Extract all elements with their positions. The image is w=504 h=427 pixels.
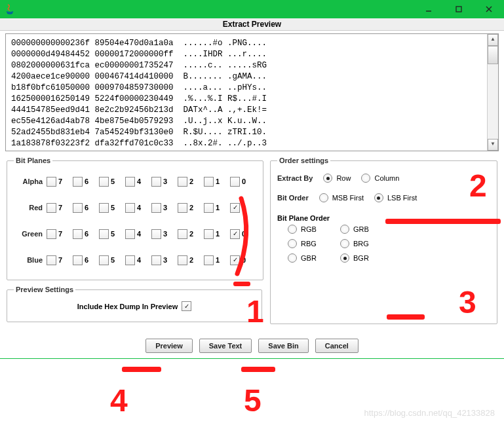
maximize-button[interactable] — [444, 0, 474, 18]
preview-button[interactable]: Preview — [145, 339, 193, 353]
bpo-radio-grb[interactable] — [340, 225, 349, 234]
alpha-bit-6-checkbox[interactable] — [73, 177, 83, 187]
extract-by-column-radio[interactable] — [361, 174, 370, 183]
green-bit-7-checkbox[interactable] — [47, 229, 56, 239]
preview-settings-legend: Preview Settings — [14, 286, 75, 293]
blue-bit-7-checkbox[interactable] — [47, 255, 56, 265]
green-bit-2-checkbox[interactable] — [178, 229, 187, 239]
save-bin-button[interactable]: Save Bin — [258, 339, 308, 353]
red-bit-6-checkbox[interactable] — [73, 203, 83, 213]
bpo-label: GRB — [353, 225, 369, 233]
bit-row-alpha: Alpha76543210 — [14, 168, 256, 195]
alpha-bit-7-checkbox[interactable] — [47, 177, 56, 187]
bpo-radio-rbg[interactable] — [288, 239, 297, 248]
bit-number: 7 — [58, 230, 62, 238]
alpha-bit-2-checkbox[interactable] — [178, 177, 187, 187]
annotation-underline-5 — [241, 367, 275, 372]
bit-number: 7 — [58, 177, 62, 185]
include-hex-label: Include Hex Dump In Preview — [77, 303, 178, 310]
alpha-bit-5-checkbox[interactable] — [99, 177, 109, 187]
bpo-label: RBG — [301, 240, 317, 248]
bit-row-label: Blue — [14, 256, 47, 264]
red-bit-0-checkbox[interactable] — [230, 203, 240, 213]
svg-rect-1 — [456, 7, 461, 12]
red-bit-4-checkbox[interactable] — [125, 203, 135, 213]
order-settings-group: Order settings Extract By Row Column Bit… — [270, 157, 497, 324]
alpha-bit-0-checkbox[interactable] — [230, 177, 240, 187]
bit-number: 0 — [242, 204, 246, 212]
scroll-up-icon[interactable]: ▲ — [488, 34, 498, 46]
minimize-button[interactable] — [414, 0, 444, 18]
blue-bit-3-checkbox[interactable] — [151, 255, 161, 265]
green-bit-1-checkbox[interactable] — [204, 229, 214, 239]
bpo-radio-bgr[interactable] — [340, 253, 349, 263]
bit-planes-legend: Bit Planes — [14, 157, 52, 164]
bpo-option-rgb[interactable]: RGB — [288, 225, 340, 234]
bpo-option-grb[interactable]: GRB — [340, 225, 393, 234]
red-bit-3-checkbox[interactable] — [151, 203, 161, 213]
bit-number: 7 — [58, 256, 62, 264]
bpo-option-rbg[interactable]: RBG — [288, 239, 340, 248]
bit-row-green: Green76543210 — [14, 221, 256, 247]
save-text-button[interactable]: Save Text — [199, 339, 252, 353]
bpo-radio-gbr[interactable] — [288, 253, 297, 263]
scrollbar[interactable]: ▲ ▼ — [487, 34, 498, 151]
blue-bit-0-checkbox[interactable] — [230, 255, 240, 265]
titlebar — [0, 0, 504, 18]
extract-by-column-text: Column — [374, 174, 399, 182]
alpha-bit-1-checkbox[interactable] — [204, 177, 214, 187]
red-bit-7-checkbox[interactable] — [47, 203, 56, 213]
bpo-option-bgr[interactable]: BGR — [340, 253, 393, 263]
green-bit-0-checkbox[interactable] — [230, 229, 240, 239]
bit-row-label: Red — [14, 204, 47, 212]
bit-order-lsb-radio[interactable] — [374, 193, 383, 202]
scroll-thumb[interactable] — [488, 46, 498, 64]
bpo-radio-rgb[interactable] — [288, 225, 297, 234]
include-hex-checkbox[interactable] — [182, 301, 191, 311]
bit-number: 3 — [163, 230, 167, 238]
green-bit-4-checkbox[interactable] — [125, 229, 135, 239]
bit-number: 2 — [189, 230, 193, 238]
red-bit-5-checkbox[interactable] — [99, 203, 109, 213]
bit-number: 7 — [58, 204, 62, 212]
bit-row-blue: Blue76543210 — [14, 247, 256, 273]
red-bit-1-checkbox[interactable] — [204, 203, 214, 213]
blue-bit-6-checkbox[interactable] — [73, 255, 83, 265]
order-settings-legend: Order settings — [277, 157, 330, 164]
green-bit-6-checkbox[interactable] — [73, 229, 83, 239]
annotation-underline-2 — [385, 219, 501, 224]
bit-number: 6 — [85, 204, 88, 212]
red-bit-2-checkbox[interactable] — [178, 203, 187, 213]
green-bit-5-checkbox[interactable] — [99, 229, 109, 239]
bit-number: 6 — [85, 256, 88, 264]
bit-number: 6 — [85, 230, 88, 238]
bpo-radio-brg[interactable] — [340, 239, 349, 248]
hex-preview-text[interactable]: 000000000000236f 89504e470d0a1a0a ......… — [6, 34, 487, 151]
bpo-option-brg[interactable]: BRG — [340, 239, 393, 248]
bit-number: 5 — [111, 177, 115, 185]
bit-row-label: Green — [14, 230, 47, 238]
blue-bit-5-checkbox[interactable] — [99, 255, 109, 265]
bit-number: 0 — [242, 177, 246, 185]
bit-number: 1 — [216, 230, 220, 238]
bpo-label: BRG — [353, 240, 369, 248]
cancel-button[interactable]: Cancel — [315, 339, 359, 353]
alpha-bit-4-checkbox[interactable] — [125, 177, 135, 187]
close-button[interactable] — [474, 0, 504, 18]
bit-number: 3 — [163, 204, 167, 212]
scroll-down-icon[interactable]: ▼ — [488, 139, 498, 151]
bpo-option-gbr[interactable]: GBR — [288, 253, 340, 263]
blue-bit-2-checkbox[interactable] — [178, 255, 187, 265]
blue-bit-4-checkbox[interactable] — [125, 255, 135, 265]
bpo-label: RGB — [301, 225, 317, 233]
bit-order-msb-radio[interactable] — [319, 193, 328, 202]
blue-bit-1-checkbox[interactable] — [204, 255, 214, 265]
bit-planes-group: Bit Planes Alpha76543210Red76543210Green… — [7, 157, 263, 280]
bit-number: 5 — [111, 256, 115, 264]
green-bit-3-checkbox[interactable] — [151, 229, 161, 239]
annotation-underline-4 — [122, 367, 161, 372]
scroll-track[interactable] — [488, 46, 498, 139]
extract-by-row-radio[interactable] — [323, 174, 332, 183]
bit-order-lsb-text: LSB First — [387, 194, 417, 202]
alpha-bit-3-checkbox[interactable] — [151, 177, 161, 187]
